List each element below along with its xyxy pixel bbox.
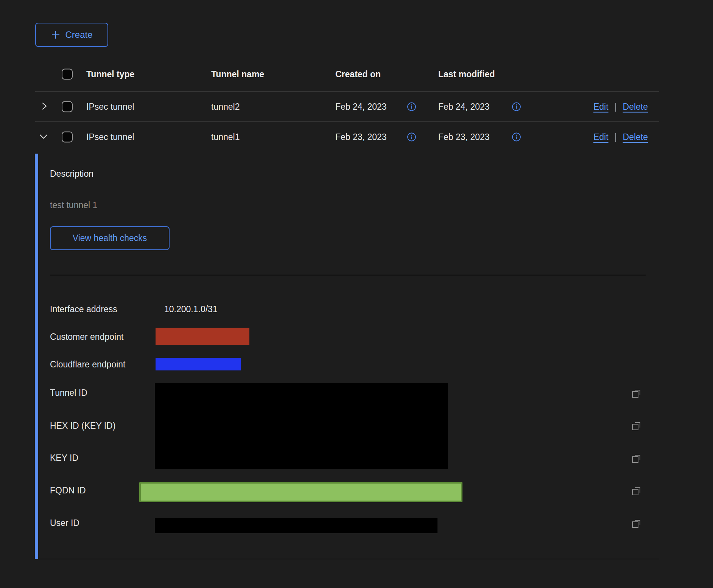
create-button-label: Create <box>65 30 92 40</box>
customer-endpoint-redacted-value <box>156 328 249 345</box>
description-label: Description <box>50 169 93 179</box>
column-header-last-modified: Last modified <box>438 69 495 79</box>
tunnel-type-cell: IPsec tunnel <box>86 101 134 112</box>
info-icon[interactable] <box>512 132 521 142</box>
section-divider <box>50 275 646 275</box>
table-row-tunnel1: IPsec tunnel tunnel1 Feb 23, 2023 Feb 23… <box>35 122 659 152</box>
created-on-cell: Feb 24, 2023 <box>335 101 387 112</box>
copy-icon <box>631 453 641 464</box>
interface-address-value: 10.200.1.0/31 <box>164 304 218 314</box>
info-icon[interactable] <box>512 102 521 111</box>
row-checkbox[interactable] <box>62 101 73 112</box>
copy-icon <box>631 486 641 496</box>
column-header-created-on: Created on <box>335 69 381 79</box>
tunnels-table: Tunnel type Tunnel name Created on Last … <box>35 57 659 152</box>
column-header-tunnel-name: Tunnel name <box>211 69 264 79</box>
copy-icon <box>631 518 641 529</box>
tunnel-type-cell: IPsec tunnel <box>86 132 134 142</box>
delete-link[interactable]: Delete <box>623 101 648 112</box>
ipsec-tunnels-page: Create Tunnel type Tunnel name Created o… <box>0 0 713 588</box>
copy-user-id-button[interactable] <box>631 518 641 529</box>
chevron-right-icon <box>40 101 49 110</box>
fqdn-id-label: FQDN ID <box>50 485 86 496</box>
interface-address-label: Interface address <box>50 304 117 314</box>
view-health-checks-button[interactable]: View health checks <box>50 226 170 250</box>
copy-icon <box>631 421 641 431</box>
customer-endpoint-label: Customer endpoint <box>50 332 123 342</box>
info-icon[interactable] <box>407 132 416 142</box>
plus-icon <box>51 30 61 40</box>
info-icon[interactable] <box>407 102 416 111</box>
edit-link[interactable]: Edit <box>593 101 609 112</box>
user-id-redacted-value <box>155 518 437 533</box>
actions-separator: | <box>615 101 617 112</box>
collapse-row-button[interactable] <box>38 132 49 142</box>
tunnel-id-label: Tunnel ID <box>50 388 87 398</box>
description-value: test tunnel 1 <box>50 200 97 210</box>
key-id-label: KEY ID <box>50 453 78 463</box>
copy-hex-id-button[interactable] <box>631 421 641 431</box>
table-row-tunnel2: IPsec tunnel tunnel2 Feb 24, 2023 Feb 24… <box>35 92 659 122</box>
ids-redacted-value-block <box>155 383 448 469</box>
cloudflare-endpoint-label: Cloudflare endpoint <box>50 359 125 370</box>
hex-id-label: HEX ID (KEY ID) <box>50 421 115 431</box>
cloudflare-endpoint-redacted-value <box>156 358 241 370</box>
edit-link[interactable]: Edit <box>593 132 609 142</box>
actions-separator: | <box>615 132 617 142</box>
column-header-tunnel-type: Tunnel type <box>86 69 134 79</box>
fqdn-id-redacted-value <box>139 482 462 502</box>
copy-tunnel-id-button[interactable] <box>631 388 641 399</box>
copy-fqdn-id-button[interactable] <box>631 486 641 496</box>
select-all-checkbox[interactable] <box>62 68 73 79</box>
copy-key-id-button[interactable] <box>631 453 641 464</box>
last-modified-cell: Feb 23, 2023 <box>438 132 490 142</box>
user-id-label: User ID <box>50 518 79 528</box>
tunnel-details-panel: Description test tunnel 1 View health ch… <box>35 154 659 559</box>
row-checkbox[interactable] <box>62 132 73 143</box>
copy-icon <box>631 388 641 399</box>
create-button[interactable]: Create <box>35 23 108 47</box>
tunnel-name-cell: tunnel2 <box>211 101 240 112</box>
chevron-down-icon <box>38 132 49 141</box>
tunnel-name-cell: tunnel1 <box>211 132 240 142</box>
delete-link[interactable]: Delete <box>623 132 648 142</box>
created-on-cell: Feb 23, 2023 <box>335 132 387 142</box>
expand-row-button[interactable] <box>40 101 49 112</box>
last-modified-cell: Feb 24, 2023 <box>438 101 490 112</box>
table-header-row: Tunnel type Tunnel name Created on Last … <box>35 57 659 92</box>
